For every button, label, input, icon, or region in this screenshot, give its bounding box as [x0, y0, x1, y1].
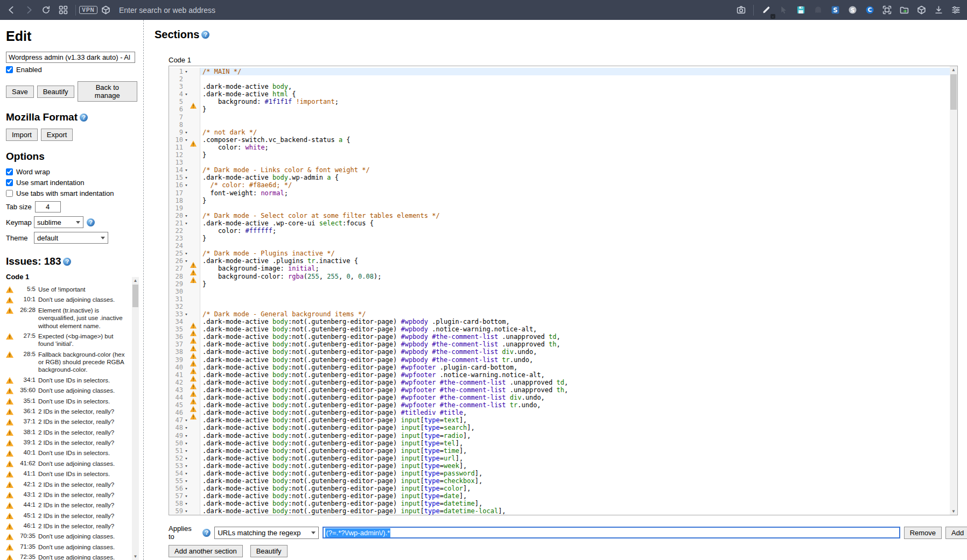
fold-arrow-icon[interactable]: ▾	[183, 432, 190, 440]
issue-item[interactable]: 40:1 Don't use IDs in selectors.	[6, 449, 127, 457]
package-cube-icon[interactable]	[99, 3, 113, 17]
fold-arrow-icon[interactable]: ▾	[183, 136, 190, 144]
vpn-badge[interactable]: VPN	[81, 3, 95, 17]
ghost-icon[interactable]	[811, 3, 825, 17]
warning-icon[interactable]	[190, 261, 197, 268]
issue-item[interactable]: 45:1 2 IDs in the selector, really?	[6, 512, 127, 520]
issue-item[interactable]: 71:35 Don't use adjoining classes.	[6, 543, 127, 551]
option-checkbox[interactable]	[6, 190, 13, 197]
fold-arrow-icon[interactable]: ▾	[183, 90, 190, 98]
fold-arrow-icon[interactable]: ▾	[183, 477, 190, 485]
warning-icon[interactable]	[190, 102, 197, 109]
fold-arrow-icon[interactable]: ▾	[183, 500, 190, 507]
warning-icon[interactable]	[190, 140, 197, 147]
capture-frame-icon[interactable]	[880, 3, 894, 17]
editor-scrollbar[interactable]: ▲ ▼	[950, 66, 957, 515]
section-beautify-button[interactable]: Beautify	[250, 545, 288, 557]
fold-arrow-icon[interactable]: ▾	[183, 219, 190, 227]
help-icon[interactable]: ?	[201, 31, 209, 39]
warning-icon[interactable]	[190, 337, 197, 344]
warning-icon[interactable]	[190, 398, 197, 405]
theme-select[interactable]: default	[34, 232, 108, 244]
issue-item[interactable]: 43:1 2 IDs in the selector, really?	[6, 491, 127, 499]
cursor-arrow-icon[interactable]	[776, 3, 790, 17]
remove-section-button[interactable]: Remove	[904, 527, 942, 539]
warning-icon[interactable]	[190, 330, 197, 336]
issue-item[interactable]: 26:28 Element (tr.inactive) is overquali…	[6, 307, 127, 330]
save-button[interactable]: Save	[6, 86, 34, 98]
issue-item[interactable]: 35:1 Don't use IDs in selectors.	[6, 398, 127, 405]
fold-arrow-icon[interactable]: ▾	[183, 257, 190, 265]
issue-item[interactable]: 37:1 2 IDs in the selector, really?	[6, 418, 127, 426]
fold-arrow-icon[interactable]: ▾	[183, 181, 190, 189]
applies-to-regex-input[interactable]: (?=.*?\/wp-admin\/).*	[323, 527, 900, 538]
speed-dial-icon[interactable]	[56, 3, 70, 17]
issue-item[interactable]: 42:1 2 IDs in the selector, really?	[6, 481, 127, 488]
folder-share-icon[interactable]	[897, 3, 911, 17]
warning-icon[interactable]	[190, 360, 197, 367]
add-another-section-button[interactable]: Add another section	[169, 545, 243, 557]
enabled-checkbox[interactable]	[6, 66, 13, 73]
fold-arrow-icon[interactable]: ▾	[183, 507, 190, 515]
fold-arrow-icon[interactable]: ▾	[183, 250, 190, 257]
issue-item[interactable]: 10:1 Don't use adjoining classes.	[6, 296, 127, 303]
download-icon[interactable]	[931, 3, 945, 17]
package-cube-icon[interactable]	[914, 3, 928, 17]
fold-arrow-icon[interactable]: ▾	[183, 310, 190, 318]
settings-sliders-icon[interactable]	[949, 3, 963, 17]
fold-arrow-icon[interactable]: ▾	[183, 212, 190, 219]
fold-arrow-icon[interactable]: ▾	[183, 492, 190, 500]
fold-arrow-icon[interactable]: ▾	[183, 166, 190, 174]
import-button[interactable]: Import	[6, 129, 38, 141]
issue-item[interactable]: 72:35 Don't use adjoining classes.	[6, 554, 127, 560]
issue-item[interactable]: 44:1 2 IDs in the selector, really?	[6, 501, 127, 509]
issue-item[interactable]: 5:5 Use of !important	[6, 286, 127, 293]
forward-icon[interactable]	[22, 3, 36, 17]
keymap-select[interactable]: sublime	[34, 216, 83, 228]
code-editor[interactable]: 1 ▾ /* MAIN */ 2 3 .dark-mode-active bod…	[169, 66, 958, 515]
applies-to-select[interactable]: URLs matching the regexp	[214, 527, 319, 539]
issue-item[interactable]: 35:60 Don't use adjoining classes.	[6, 387, 127, 394]
style-name-input[interactable]	[6, 52, 135, 63]
warning-icon[interactable]	[190, 322, 197, 329]
warning-icon[interactable]	[190, 368, 197, 374]
issue-item[interactable]: 36:1 2 IDs in the selector, really?	[6, 408, 127, 415]
issue-item[interactable]: 27:5 Expected (<bg-image>) but found 'in…	[6, 332, 127, 348]
issues-scrollbar[interactable]: ▲ ▼	[132, 277, 139, 560]
issue-item[interactable]: 46:1 2 IDs in the selector, really?	[6, 522, 127, 530]
warning-icon[interactable]	[190, 375, 197, 382]
option-checkbox[interactable]	[6, 168, 13, 175]
fold-arrow-icon[interactable]: ▾	[183, 68, 190, 75]
save-floppy-icon[interactable]	[794, 3, 808, 17]
fold-arrow-icon[interactable]: ▾	[183, 470, 190, 477]
s-blue-icon[interactable]: S	[828, 3, 842, 17]
stylus-pen-icon[interactable]: .	[759, 3, 773, 17]
fold-arrow-icon[interactable]: ▾	[183, 485, 190, 492]
fold-arrow-icon[interactable]: ▾	[183, 462, 190, 470]
reload-icon[interactable]	[39, 3, 53, 17]
fold-arrow-icon[interactable]: ▾	[183, 424, 190, 431]
s-gray-icon[interactable]: S	[845, 3, 859, 17]
back-to-manage-button[interactable]: Back to manage	[78, 81, 137, 102]
fold-arrow-icon[interactable]: ▾	[183, 447, 190, 455]
fold-arrow-icon[interactable]: ▾	[183, 174, 190, 181]
export-button[interactable]: Export	[41, 129, 73, 141]
warning-icon[interactable]	[190, 353, 197, 359]
beautify-button[interactable]: Beautify	[37, 86, 74, 98]
add-applies-button[interactable]: Add	[945, 527, 967, 539]
address-bar[interactable]: Enter search or web address	[113, 6, 734, 15]
help-icon[interactable]: ?	[87, 218, 95, 226]
warning-icon[interactable]	[190, 406, 197, 412]
help-icon[interactable]: ?	[202, 529, 211, 537]
issue-item[interactable]: 41:62 Don't use adjoining classes.	[6, 460, 127, 467]
help-icon[interactable]: ?	[63, 258, 71, 266]
warning-icon[interactable]	[190, 269, 197, 275]
option-checkbox[interactable]	[6, 179, 13, 186]
c-blue-icon[interactable]: C	[863, 3, 877, 17]
issue-item[interactable]: 38:1 2 IDs in the selector, really?	[6, 429, 127, 436]
fold-arrow-icon[interactable]: ▾	[183, 455, 190, 462]
warning-icon[interactable]	[190, 277, 197, 283]
warning-icon[interactable]	[190, 413, 197, 420]
issue-item[interactable]: 28:5 Fallback background-color (hex or R…	[6, 351, 127, 374]
warning-icon[interactable]	[190, 345, 197, 351]
